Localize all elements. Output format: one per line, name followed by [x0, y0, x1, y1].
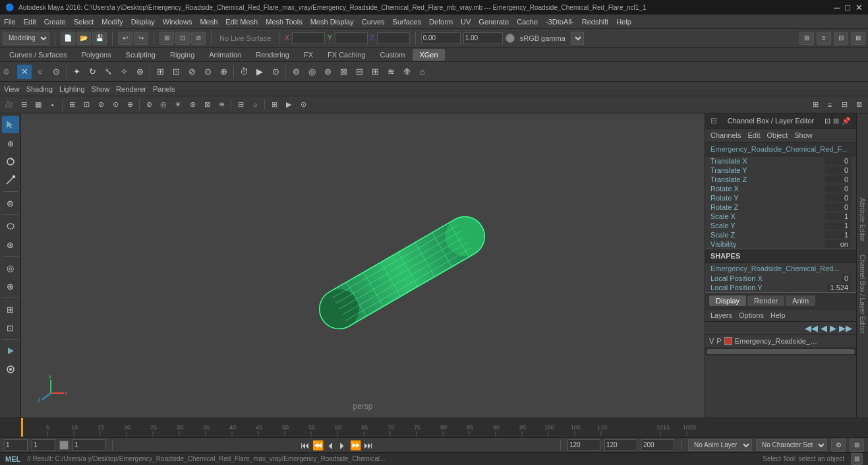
ch-menu-edit[interactable]: Edit: [747, 131, 760, 139]
lt-rotate-btn[interactable]: [2, 153, 19, 170]
undo-button[interactable]: ↩: [118, 32, 132, 45]
toolbar-extra-4[interactable]: ⊠: [851, 32, 865, 45]
tab-animation[interactable]: Animation: [202, 49, 248, 61]
menu-3dto[interactable]: -3DtoAll-: [546, 18, 574, 26]
menu-create[interactable]: Create: [44, 18, 66, 26]
timeline[interactable]: 5 10 15 20 25 30 35 40 45 50 5: [0, 418, 868, 437]
vp-shadow-btn[interactable]: ⊛: [186, 98, 199, 111]
scale-tool-btn[interactable]: ⤡: [101, 65, 115, 79]
menu-mesh[interactable]: Mesh: [200, 18, 217, 26]
frame-current-input[interactable]: [32, 439, 55, 451]
x-input[interactable]: [292, 32, 325, 44]
layer-nav-first[interactable]: ◀◀: [803, 323, 819, 333]
vp-frame-btn[interactable]: ▦: [32, 98, 45, 111]
layers-menu-help[interactable]: Help: [770, 311, 786, 319]
save-scene-button[interactable]: 💾: [92, 32, 107, 45]
vp-extra-3[interactable]: ⊟: [838, 98, 851, 111]
anim-end-input[interactable]: [567, 439, 600, 451]
vp-snap2-btn[interactable]: ⊘: [94, 98, 107, 111]
select-tool-btn[interactable]: ✕: [17, 65, 32, 79]
tool13-btn[interactable]: ⌂: [415, 65, 430, 79]
channel-scale-y[interactable]: Scale Y 1: [705, 221, 856, 230]
gamma-dropdown[interactable]: ▾: [571, 32, 584, 45]
channel-box-expand-icon[interactable]: ⊞: [833, 117, 839, 125]
menu-generate[interactable]: Generate: [478, 18, 509, 26]
lt-manip-btn[interactable]: ⊚: [2, 195, 19, 212]
tab-fx-caching[interactable]: FX Caching: [321, 49, 372, 61]
playback-fwd-btn[interactable]: ⏩: [350, 440, 361, 450]
lt-lasso-btn[interactable]: [2, 218, 19, 235]
tool6-btn[interactable]: ◎: [304, 65, 319, 79]
vp-grid-btn[interactable]: ⊞: [65, 98, 78, 111]
playback-play-btn[interactable]: ⏵: [338, 440, 347, 450]
menu-uv[interactable]: UV: [461, 18, 471, 26]
open-scene-button[interactable]: 📂: [76, 32, 91, 45]
tool11-btn[interactable]: ≋: [384, 65, 398, 79]
layer-nav-next[interactable]: ▶: [828, 323, 838, 333]
vp-film-btn[interactable]: ⊟: [17, 98, 30, 111]
vp-shading-btn[interactable]: ◎: [157, 98, 170, 111]
layers-menu-options[interactable]: Options: [739, 311, 764, 319]
rotate-tool-btn[interactable]: ↻: [85, 65, 100, 79]
anim-max-input[interactable]: [641, 439, 674, 451]
z-input[interactable]: [377, 32, 410, 44]
viewport-menu-panels[interactable]: Panels: [153, 85, 175, 93]
universal-tool-btn[interactable]: ✧: [117, 65, 131, 79]
mel-label[interactable]: MEL: [5, 455, 20, 463]
menu-mesh-tools[interactable]: Mesh Tools: [266, 18, 302, 26]
lt-anim-btn[interactable]: [2, 342, 19, 359]
vp-joint-btn[interactable]: ○: [248, 98, 262, 111]
channel-rotate-x[interactable]: Rotate X 0: [705, 184, 856, 193]
vp-iso-btn[interactable]: ⊚: [142, 98, 156, 111]
frame-start-input[interactable]: [4, 439, 28, 451]
layer-nav-last[interactable]: ▶▶: [838, 323, 854, 333]
y-input[interactable]: [335, 32, 368, 44]
menu-edit-mesh[interactable]: Edit Mesh: [225, 18, 258, 26]
history-btn[interactable]: ⏱: [237, 65, 251, 79]
tool5-btn[interactable]: ⊚: [289, 65, 303, 79]
select-all-button[interactable]: ⊞: [159, 32, 174, 45]
paint-tool-btn[interactable]: ⊙: [49, 65, 63, 79]
vp-camera-btn[interactable]: 🎥: [3, 98, 16, 111]
menu-surfaces[interactable]: Surfaces: [393, 18, 421, 26]
channel-visibility[interactable]: Visibility on: [705, 239, 856, 249]
menu-file[interactable]: File: [4, 18, 16, 26]
dr-tab-anim[interactable]: Anim: [786, 295, 815, 306]
menu-display[interactable]: Display: [131, 18, 155, 26]
playback-last-btn[interactable]: ⏭: [364, 440, 373, 450]
lt-snap2-btn[interactable]: ⊡: [2, 319, 19, 336]
vp-hud-btn[interactable]: ⊞: [268, 98, 281, 111]
vp-motion-btn[interactable]: ≋: [215, 98, 228, 111]
vp-xray-btn[interactable]: ⊟: [234, 98, 247, 111]
tab-rigging[interactable]: Rigging: [163, 49, 201, 61]
ch-menu-show[interactable]: Show: [794, 131, 813, 139]
menu-deform[interactable]: Deform: [429, 18, 453, 26]
channel-scale-x[interactable]: Scale X 1: [705, 212, 856, 221]
redo-button[interactable]: ↪: [134, 32, 148, 45]
layer-playback-toggle[interactable]: P: [716, 337, 721, 345]
lt-sculpt-btn[interactable]: ◎: [2, 259, 19, 276]
menu-cache[interactable]: Cache: [517, 18, 538, 26]
dr-tab-display[interactable]: Display: [709, 295, 746, 306]
channel-translate-y[interactable]: Translate Y 0: [705, 166, 856, 175]
channel-translate-x[interactable]: Translate X 0: [705, 156, 856, 166]
vp-playblast-btn[interactable]: ▶: [282, 98, 295, 111]
toolbar-extra-2[interactable]: ≡: [817, 32, 831, 45]
playback-first-btn[interactable]: ⏮: [301, 440, 310, 450]
lasso-tool-btn[interactable]: ○: [33, 65, 47, 79]
tab-curves-surfaces[interactable]: Curves / Surfaces: [3, 49, 73, 61]
anim-extra-2[interactable]: ⊞: [850, 439, 864, 452]
anim-layer-dropdown[interactable]: No Anim Layer: [688, 439, 752, 451]
lt-scale-btn[interactable]: [2, 171, 19, 189]
menu-edit[interactable]: Edit: [24, 18, 36, 26]
tool7-btn[interactable]: ⊛: [320, 65, 335, 79]
tool8-btn[interactable]: ⊠: [336, 65, 351, 79]
local-pos-y[interactable]: Local Position Y 1.524: [705, 283, 856, 292]
layer-nav-prev[interactable]: ◀: [819, 323, 828, 333]
layer-color-swatch[interactable]: [724, 337, 732, 345]
settings-gear-icon[interactable]: ⚙: [3, 67, 10, 77]
ch-menu-object[interactable]: Object: [767, 131, 788, 139]
viewport-menu-shading[interactable]: Shading: [26, 85, 53, 93]
maximize-button[interactable]: □: [845, 3, 850, 13]
workspace-dropdown[interactable]: Modeling: [3, 32, 49, 45]
